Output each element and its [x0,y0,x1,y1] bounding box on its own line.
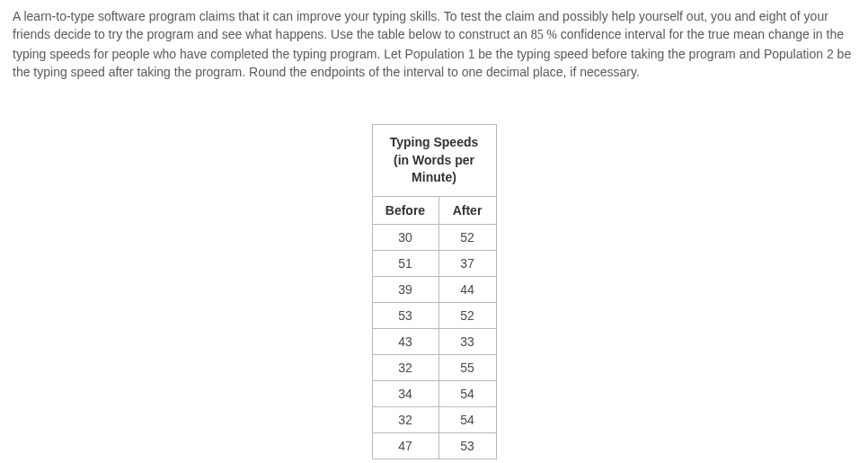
table-row: 53 52 [372,302,496,328]
cell-after: 55 [438,354,496,380]
cell-before: 47 [372,432,438,459]
cell-after: 44 [438,276,496,302]
cell-after: 37 [438,250,496,276]
confidence-level: 85 % [531,28,557,41]
cell-before: 32 [372,354,438,380]
cell-before: 43 [372,328,438,354]
cell-after: 54 [438,406,496,432]
table-row: 32 55 [372,354,496,380]
table-row: 30 52 [372,224,496,250]
column-header-before: Before [372,196,438,224]
table-title: Typing Speeds (in Words per Minute) [372,125,496,197]
table-body: 30 52 51 37 39 44 53 52 43 33 32 55 [372,224,496,459]
table-row: 51 37 [372,250,496,276]
cell-after: 52 [438,302,496,328]
cell-after: 33 [438,328,496,354]
typing-speeds-table: Typing Speeds (in Words per Minute) Befo… [372,124,497,459]
data-table-container: Typing Speeds (in Words per Minute) Befo… [13,124,855,459]
cell-after: 52 [438,224,496,250]
cell-before: 30 [372,224,438,250]
table-row: 39 44 [372,276,496,302]
cell-after: 53 [438,432,496,459]
cell-before: 51 [372,250,438,276]
table-row: 43 33 [372,328,496,354]
column-header-after: After [438,196,496,224]
cell-before: 39 [372,276,438,302]
cell-before: 53 [372,302,438,328]
cell-before: 34 [372,380,438,406]
cell-before: 32 [372,406,438,432]
cell-after: 54 [438,380,496,406]
table-row: 34 54 [372,380,496,406]
problem-statement: A learn-to-type software program claims … [13,7,855,81]
table-row: 32 54 [372,406,496,432]
table-row: 47 53 [372,432,496,459]
